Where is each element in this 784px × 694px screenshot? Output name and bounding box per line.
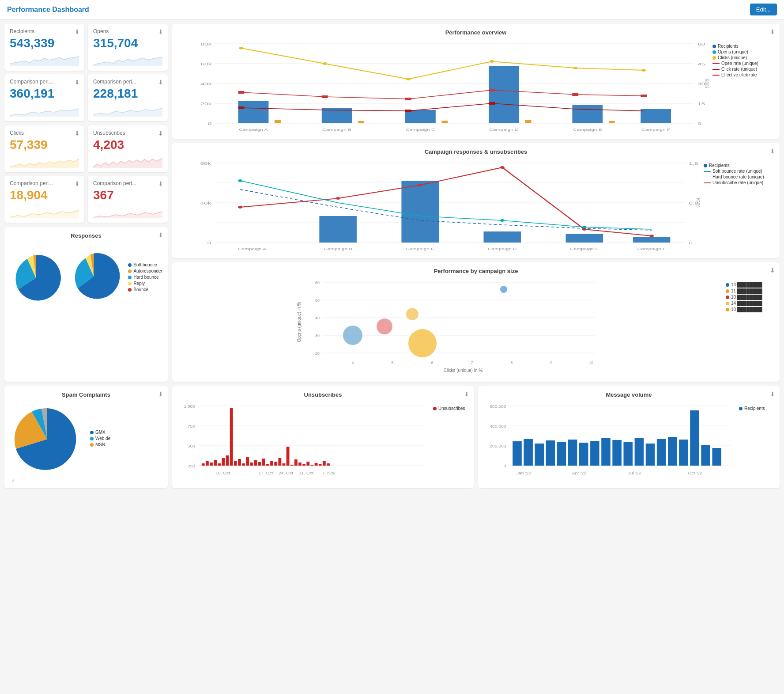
svg-rect-181 (690, 410, 699, 466)
performance-overview-content: 80k 60k 40k 20k 0 60 45 30 15 0 (177, 39, 774, 133)
performance-overview-title: Performance overview (177, 29, 774, 36)
perf-overview-download-icon[interactable]: ⬇ (770, 28, 775, 35)
legend-msg-vol: Recipients (739, 406, 774, 411)
message-volume-content: 600,000 400,000 200,000 0 (483, 402, 774, 482)
svg-rect-167 (535, 444, 544, 466)
svg-point-34 (239, 47, 243, 49)
spam-footnote: ⤢ (10, 478, 162, 483)
svg-rect-128 (234, 461, 237, 466)
svg-point-39 (641, 69, 646, 72)
recipients-comp-value: 360,191 (10, 87, 79, 101)
svg-text:Campaign A: Campaign A (238, 247, 267, 251)
legend-unsub-rate-label: Unsubscribe rate (unique) (712, 180, 763, 185)
legend-clickrate-line (712, 69, 720, 70)
legend-recipients-dot (712, 45, 716, 48)
recipients-card: Recipients 543,339 ⬇ (4, 24, 84, 71)
legend-item-bounce: Bounce (128, 287, 162, 292)
svg-rect-183 (712, 448, 721, 466)
svg-text:Opens (unique) in %: Opens (unique) in % (297, 302, 302, 342)
scatter-chart-area: 60 50 40 30 20 4 5 6 7 8 9 10 (177, 278, 722, 376)
unsub-chart-download-icon[interactable]: ⬇ (464, 391, 469, 398)
clicks-download-icon[interactable]: ⬇ (75, 130, 80, 137)
legend-unsub-rate-line (704, 182, 711, 183)
unsubscribes-svg: 1,000 750 500 250 (177, 402, 430, 481)
svg-text:400,000: 400,000 (490, 424, 506, 429)
svg-point-110 (406, 308, 418, 320)
svg-text:40: 40 (315, 316, 320, 320)
legend-opens-dot (712, 50, 716, 54)
svg-rect-135 (262, 459, 265, 466)
unsubscribes-chart-title: Unsubscribes (177, 391, 468, 398)
svg-rect-179 (668, 437, 677, 466)
legend-softbounce-rate-label: Soft bounce rate (unique) (712, 169, 762, 174)
svg-text:24. Oct: 24. Oct (279, 471, 293, 475)
svg-text:17. Oct: 17. Oct (258, 471, 273, 475)
svg-text:80k: 80k (200, 42, 212, 46)
unsubscribes-download-icon[interactable]: ⬇ (158, 130, 163, 137)
performance-size-title: Performance by campaign size (177, 268, 774, 274)
svg-rect-148 (315, 463, 318, 466)
svg-text:600,000: 600,000 (490, 404, 506, 409)
svg-rect-23 (238, 101, 269, 123)
legend-item-hardbounce: Hard bounce (128, 275, 162, 280)
svg-rect-27 (572, 105, 603, 123)
svg-marker-4 (10, 159, 79, 168)
performance-overview-card: Performance overview ⬇ 80k 60k 40k (172, 24, 780, 139)
svg-rect-29 (275, 120, 281, 123)
svg-text:0: 0 (689, 241, 693, 245)
opens-title: Opens (93, 28, 162, 34)
svg-rect-139 (278, 458, 281, 466)
header: Performance Dashboard Edit... (0, 0, 784, 19)
spam-legend: GMX Web.de MSN (90, 430, 110, 448)
clicks-card: Clicks 57,339 ⬇ (4, 125, 84, 172)
svg-rect-44 (572, 93, 578, 96)
recipients-download-icon[interactable]: ⬇ (75, 28, 80, 35)
svg-point-75 (500, 166, 505, 169)
camp-resp-download-icon[interactable]: ⬇ (770, 148, 775, 155)
opens-comp-download-icon[interactable]: ⬇ (158, 79, 163, 86)
responses-download-icon[interactable]: ⬇ (158, 231, 163, 239)
svg-rect-30 (358, 121, 364, 123)
svg-text:Campaign E: Campaign E (570, 247, 599, 251)
svg-rect-178 (657, 439, 666, 466)
clicks-sparkline (10, 155, 79, 168)
svg-text:200,000: 200,000 (490, 444, 506, 448)
responses-title: Responses (10, 232, 162, 239)
svg-rect-130 (242, 463, 245, 466)
clicks-value: 57,339 (10, 138, 79, 152)
svg-text:0: 0 (504, 464, 506, 468)
autoresponder-label: Autoresponder (133, 269, 162, 273)
recipients-comp-download-icon[interactable]: ⬇ (75, 79, 80, 86)
svg-text:5: 5 (391, 360, 393, 365)
softbounce-label: Soft bounce (133, 262, 157, 267)
autoresponder-dot (128, 269, 132, 273)
msg-vol-download-icon[interactable]: ⬇ (770, 391, 775, 398)
spam-download-icon[interactable]: ⬇ (158, 391, 163, 398)
perf-size-download-icon[interactable]: ⬇ (770, 267, 775, 274)
legend-hardbounce-rate: Hard bounce rate (unique) (704, 174, 774, 179)
page-title: Performance Dashboard (7, 6, 89, 14)
opens-download-icon[interactable]: ⬇ (158, 28, 163, 35)
svg-text:30: 30 (315, 334, 320, 338)
svg-rect-140 (283, 463, 286, 466)
svg-rect-48 (489, 102, 495, 105)
message-volume-svg: 600,000 400,000 200,000 0 (483, 402, 735, 481)
svg-text:Apr '22: Apr '22 (572, 471, 586, 475)
svg-rect-67 (319, 216, 357, 243)
top-metrics: Recipients 543,339 ⬇ Opens 315,704 ⬇ (4, 24, 168, 121)
legend-size-10-red-dot (726, 296, 729, 299)
clicks-comp-download-icon[interactable]: ⬇ (75, 180, 80, 187)
svg-text:60: 60 (315, 281, 320, 285)
unsubscribes-chart-content: 1,000 750 500 250 (177, 402, 468, 482)
svg-rect-147 (310, 465, 313, 466)
svg-text:Campaign C: Campaign C (406, 247, 435, 251)
spam-complaints-card: Spam Complaints ⬇ GMX Web.de (4, 386, 168, 488)
gmx-label: GMX (95, 430, 106, 435)
edit-button[interactable]: Edit... (750, 4, 777, 15)
unsub-comp-download-icon[interactable]: ⬇ (158, 180, 163, 187)
legend-recipients-label: Recipients (718, 44, 739, 49)
svg-text:500: 500 (188, 444, 195, 448)
opens-value: 315,704 (93, 36, 162, 50)
svg-rect-41 (322, 95, 328, 98)
unsubscribes-legend: Unsubscribes (433, 402, 468, 482)
